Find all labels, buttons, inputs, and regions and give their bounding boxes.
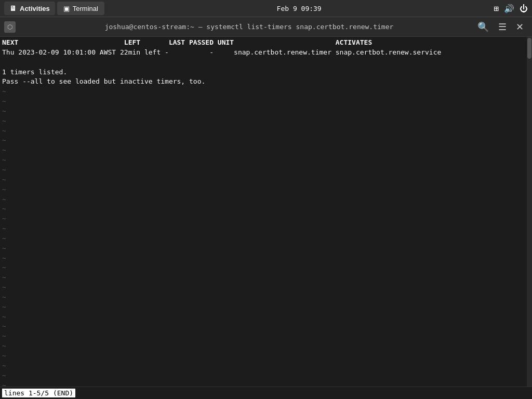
network-icon[interactable]: ⊞ — [494, 4, 499, 14]
tilde-3: ~ — [2, 107, 530, 116]
tilde-1: ~ — [2, 87, 530, 97]
tilde-8: ~ — [2, 155, 530, 165]
menu-icon: ☰ — [498, 21, 507, 33]
terminal-output[interactable]: NEXT LEFT LAST PASSED UNIT ACTIVATES Thu… — [0, 37, 532, 387]
tilde-22: ~ — [2, 292, 530, 302]
tilde-29: ~ — [2, 361, 530, 371]
tilde-7: ~ — [2, 145, 530, 155]
tilde-25: ~ — [2, 322, 530, 331]
tilde-5: ~ — [2, 126, 530, 136]
tilde-23: ~ — [2, 302, 530, 312]
tilde-10: ~ — [2, 175, 530, 185]
tilde-2: ~ — [2, 97, 530, 107]
status-bar: lines 1-5/5 (END) — [0, 387, 532, 399]
activities-button[interactable]: 🖥 Activities — [4, 2, 55, 15]
col-next: NEXT LEFT LAST PASSED UNIT ACTIVATES — [2, 38, 372, 46]
terminal-window: ⬡ joshua@centos-stream:~ — systemctl lis… — [0, 17, 532, 399]
terminal-titlebar: ⬡ joshua@centos-stream:~ — systemctl lis… — [0, 17, 532, 37]
tilde-16: ~ — [2, 234, 530, 244]
close-button[interactable]: ✕ — [512, 19, 528, 35]
tilde-14: ~ — [2, 214, 530, 224]
terminal-tab-icon: ▣ — [63, 5, 70, 12]
menu-button[interactable]: ☰ — [494, 19, 511, 35]
terminal-tab[interactable]: ▣ Terminal — [57, 2, 104, 15]
tilde-17: ~ — [2, 244, 530, 254]
table-row: Thu 2023-02-09 10:01:00 AWST 22min left … — [2, 48, 530, 58]
titlebar-left: ⬡ — [4, 21, 25, 33]
tilde-31: ~ — [2, 381, 530, 387]
tilde-27: ~ — [2, 341, 530, 351]
tilde-24: ~ — [2, 312, 530, 322]
tilde-12: ~ — [2, 195, 530, 205]
activities-label: Activities — [20, 5, 50, 12]
tilde-18: ~ — [2, 254, 530, 263]
status-text: lines 1-5/5 (END) — [2, 389, 75, 397]
terminal-title-text: joshua@centos-stream:~ — systemctl list-… — [105, 23, 394, 31]
power-icon[interactable]: ⏻ — [520, 4, 528, 14]
system-bar-clock: Feb 9 09:39 — [277, 5, 322, 12]
tilde-6: ~ — [2, 136, 530, 145]
terminal-tab-label: Terminal — [73, 5, 98, 12]
tilde-19: ~ — [2, 263, 530, 273]
blank-line — [2, 58, 530, 68]
terminal-window-icon: ⬡ — [4, 21, 16, 33]
volume-icon[interactable]: 🔊 — [504, 4, 514, 14]
message-line-2: Pass --all to see loaded but inactive ti… — [2, 77, 530, 87]
tilde-4: ~ — [2, 116, 530, 126]
datetime-display: Feb 9 09:39 — [277, 5, 322, 12]
message-2: Pass --all to see loaded but inactive ti… — [2, 77, 205, 85]
system-bar-right: ⊞ 🔊 ⏻ — [494, 4, 528, 14]
scrollbar[interactable] — [527, 37, 532, 387]
tilde-21: ~ — [2, 283, 530, 292]
tilde-9: ~ — [2, 165, 530, 175]
search-icon: 🔍 — [477, 21, 489, 33]
search-button[interactable]: 🔍 — [473, 19, 493, 35]
column-headers: NEXT LEFT LAST PASSED UNIT ACTIVATES — [2, 38, 530, 48]
system-bar: 🖥 Activities ▣ Terminal Feb 9 09:39 ⊞ 🔊 … — [0, 0, 532, 17]
tilde-28: ~ — [2, 351, 530, 361]
tilde-20: ~ — [2, 273, 530, 283]
message-1: 1 timers listed. — [2, 68, 67, 76]
tilde-30: ~ — [2, 371, 530, 381]
gnome-icon: 🖥 — [9, 4, 17, 12]
message-line-1: 1 timers listed. — [2, 68, 530, 77]
tilde-11: ~ — [2, 185, 530, 195]
system-bar-left: 🖥 Activities ▣ Terminal — [4, 2, 104, 15]
titlebar-controls: 🔍 ☰ ✕ — [473, 19, 528, 35]
scrollbar-thumb[interactable] — [527, 38, 531, 59]
terminal-title: joshua@centos-stream:~ — systemctl list-… — [25, 23, 473, 31]
close-icon: ✕ — [516, 21, 524, 33]
tilde-13: ~ — [2, 204, 530, 214]
tilde-26: ~ — [2, 331, 530, 341]
tilde-15: ~ — [2, 224, 530, 234]
timer-row: Thu 2023-02-09 10:01:00 AWST 22min left … — [2, 48, 441, 56]
